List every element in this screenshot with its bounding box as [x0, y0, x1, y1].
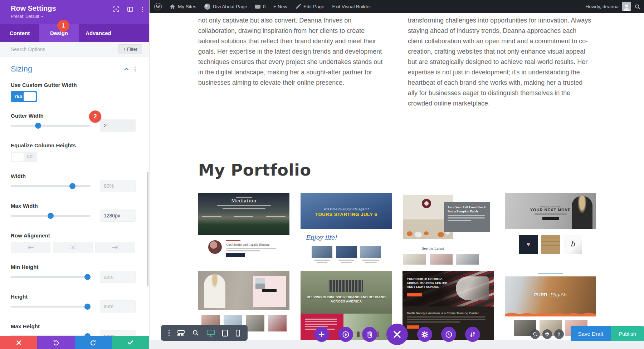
- heart-thumbnail: ♥: [519, 235, 538, 254]
- tab-advanced[interactable]: Advanced: [79, 24, 118, 42]
- save-draft-button[interactable]: Save Draft: [571, 326, 611, 341]
- close-builder-menu-button[interactable]: [386, 324, 408, 345]
- align-center-icon: [69, 245, 77, 250]
- editing-history-button[interactable]: [441, 327, 456, 342]
- next-move-button: [542, 217, 559, 220]
- builder-view-toolbar: [161, 325, 248, 341]
- edit-page-menu[interactable]: Edit Page: [295, 4, 325, 10]
- save-to-library-button[interactable]: [338, 327, 353, 342]
- snap-panel-icon[interactable]: [127, 7, 133, 12]
- save-library-icon: [342, 331, 349, 338]
- howdy-label[interactable]: Howdy, deanna: [585, 4, 619, 9]
- portfolio-item-pumpkin-porch[interactable]: Turn Your Fall Front Porch Into a Pumpki…: [402, 193, 494, 265]
- redo-button[interactable]: [75, 336, 112, 349]
- zoom-tool-button[interactable]: [530, 329, 540, 339]
- toggle-state-label: NO: [27, 154, 33, 159]
- check-icon: [128, 340, 133, 345]
- panel-menu-icon[interactable]: [142, 7, 143, 12]
- slider-thumb[interactable]: [84, 274, 91, 280]
- blog-thumbnail-photo: [456, 254, 479, 265]
- exit-visual-builder[interactable]: Exit Visual Builder: [332, 4, 371, 9]
- align-right-button[interactable]: [95, 242, 135, 253]
- exit-visual-builder-label: Exit Visual Builder: [332, 4, 371, 9]
- slider-thumb[interactable]: [84, 304, 91, 310]
- portfolio-item-next-move[interactable]: Helping You Make YOUR NEXT MOVE ♥ b: [505, 193, 596, 265]
- width-slider[interactable]: [11, 185, 91, 187]
- help-button[interactable]: ?: [554, 329, 564, 339]
- rebrand-headline: HELPING BUSINESSES EXPAND AND REBRAND AC…: [305, 295, 387, 304]
- slider-thumb[interactable]: [35, 123, 41, 129]
- comments-count: 0: [263, 4, 266, 9]
- sizing-options-icon[interactable]: [135, 67, 136, 72]
- portfolio-item-tours[interactable]: It's time to enjoy life again! TOURS STA…: [301, 193, 392, 265]
- max-width-input[interactable]: 1280px: [100, 210, 136, 222]
- delete-button[interactable]: [362, 327, 377, 342]
- aviation-hero-image: YOUR NORTH GEORGIA CIRRUS TRAINING CENTE…: [402, 271, 494, 306]
- add-element-button[interactable]: [314, 327, 329, 342]
- row-settings-panel: Row Settings Preset: Default Content Des…: [0, 0, 149, 349]
- wordpress-logo-icon: W: [154, 3, 162, 10]
- height-input[interactable]: auto: [100, 300, 136, 313]
- portability-button[interactable]: [465, 327, 480, 342]
- phone-view-icon[interactable]: [236, 330, 240, 336]
- width-input[interactable]: 80%: [100, 180, 136, 192]
- toolbar-menu-icon[interactable]: [169, 330, 170, 336]
- mediation-title: Mediation: [198, 198, 289, 204]
- page-settings-button[interactable]: [417, 327, 432, 342]
- wp-logo-menu[interactable]: W: [154, 3, 162, 10]
- slider-thumb[interactable]: [48, 213, 54, 219]
- chevron-up-icon[interactable]: [124, 68, 129, 70]
- layers-tool-button[interactable]: [542, 329, 552, 339]
- panel-scrollbar[interactable]: [147, 172, 148, 286]
- use-custom-gutter-toggle[interactable]: YES: [11, 91, 37, 102]
- panel-tabs: Content Design Advanced: [0, 24, 149, 42]
- my-sites-menu[interactable]: My Sites: [170, 4, 196, 10]
- blog-thumbnail-photo: [403, 254, 426, 265]
- min-height-slider[interactable]: [11, 276, 91, 278]
- dog-blog-hero-image: [198, 271, 289, 310]
- text-module-right[interactable]: transforming challenges into opportuniti…: [408, 15, 593, 109]
- undo-button[interactable]: [37, 336, 74, 349]
- max-width-slider[interactable]: [11, 215, 91, 217]
- user-avatar[interactable]: [622, 2, 631, 11]
- slider-thumb[interactable]: [69, 183, 75, 189]
- tours-headline: TOURS STARTING JULY 6: [301, 212, 392, 217]
- portfolio-heading[interactable]: My Portfolio: [198, 161, 311, 180]
- comments-menu[interactable]: 0: [255, 4, 266, 9]
- max-height-input[interactable]: none: [100, 330, 136, 336]
- portfolio-item-mediation[interactable]: Mediation Confidential and Legally Bindi…: [198, 193, 289, 265]
- field-label: Width: [11, 173, 136, 179]
- publish-button[interactable]: Publish: [611, 326, 644, 341]
- save-changes-button[interactable]: [112, 336, 149, 349]
- align-center-button[interactable]: [53, 242, 93, 253]
- gutter-width-input[interactable]: 2: [100, 119, 136, 132]
- tours-enjoy-script: Enjoy life!: [306, 234, 337, 241]
- filter-button[interactable]: + Filter: [118, 44, 142, 54]
- align-right-icon: [111, 245, 119, 250]
- align-left-button[interactable]: [11, 242, 50, 253]
- search-options-input[interactable]: [0, 46, 118, 52]
- new-menu[interactable]: + New: [273, 4, 287, 9]
- wireframe-view-icon[interactable]: [177, 330, 185, 336]
- desktop-view-icon[interactable]: [207, 330, 215, 336]
- discard-changes-button[interactable]: [0, 336, 37, 349]
- preset-dropdown[interactable]: Preset: Default: [11, 14, 149, 19]
- zoom-out-view-icon[interactable]: [192, 330, 199, 336]
- slider-thumb[interactable]: [84, 333, 91, 336]
- field-width: Width 80%: [11, 173, 136, 192]
- expand-settings-icon[interactable]: [113, 6, 119, 12]
- admin-search-icon[interactable]: [635, 4, 640, 10]
- sizing-section-title[interactable]: Sizing: [11, 64, 32, 74]
- field-label: Use Custom Gutter Width: [11, 82, 136, 88]
- min-height-input[interactable]: auto: [100, 271, 136, 283]
- tours-thumbnails: [301, 246, 392, 263]
- cat-hero-image: PURR. Play.Sh: [505, 276, 596, 316]
- site-menu[interactable]: Divi About Page: [204, 4, 247, 10]
- tab-content[interactable]: Content: [0, 24, 39, 42]
- equalize-columns-toggle[interactable]: NO: [11, 152, 37, 162]
- tablet-view-icon[interactable]: [222, 330, 228, 336]
- up-down-arrows-icon: [470, 331, 475, 338]
- text-module-left[interactable]: not only captivate but also convert. Dea…: [198, 15, 387, 88]
- gutter-width-slider[interactable]: [11, 125, 91, 127]
- height-slider[interactable]: [11, 306, 91, 308]
